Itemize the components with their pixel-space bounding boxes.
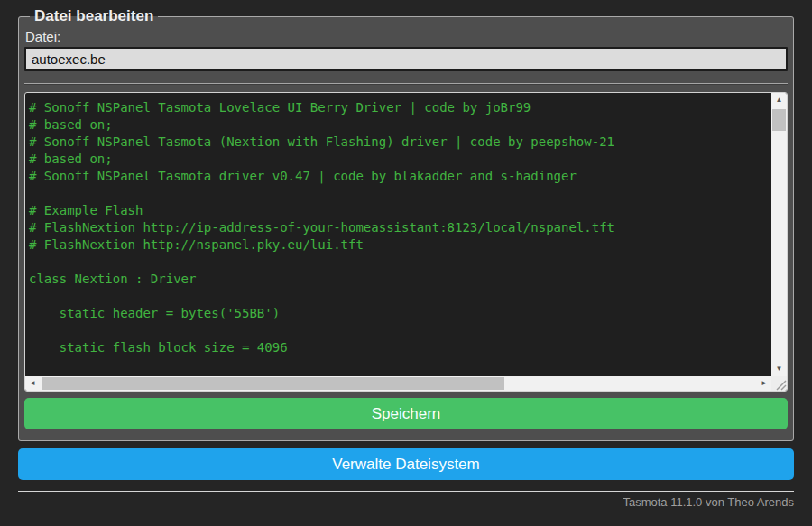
page: Datei bearbeiten Datei: # Sonoff NSPanel… bbox=[0, 0, 812, 509]
editor-divider bbox=[24, 83, 788, 85]
right-arrow-glyph: ► bbox=[761, 380, 768, 387]
scroll-up-icon[interactable]: ▲ bbox=[771, 93, 787, 107]
left-arrow-glyph: ◄ bbox=[29, 380, 36, 387]
vertical-scrollbar-thumb[interactable] bbox=[772, 109, 786, 131]
manage-filesystem-button[interactable]: Verwalte Dateisystem bbox=[18, 448, 794, 480]
file-editor-legend: Datei bearbeiten bbox=[30, 7, 158, 25]
file-content-textarea[interactable]: # Sonoff NSPanel Tasmota Lovelace UI Ber… bbox=[24, 92, 788, 392]
horizontal-scrollbar-thumb[interactable] bbox=[42, 377, 504, 390]
scroll-right-icon[interactable]: ► bbox=[757, 376, 771, 391]
horizontal-scrollbar[interactable]: ◄ ► bbox=[25, 376, 771, 391]
vertical-scrollbar[interactable]: ▲ ▼ bbox=[771, 93, 787, 376]
up-arrow-glyph: ▲ bbox=[776, 97, 783, 104]
scroll-down-icon[interactable]: ▼ bbox=[771, 362, 787, 376]
save-button[interactable]: Speichern bbox=[24, 398, 788, 429]
footer: Tasmota 11.1.0 von Theo Arends bbox=[18, 491, 794, 509]
scroll-left-icon[interactable]: ◄ bbox=[25, 376, 40, 391]
version-text: Tasmota 11.1.0 von Theo Arends bbox=[18, 492, 794, 509]
down-arrow-glyph: ▼ bbox=[776, 365, 783, 373]
code-content: # Sonoff NSPanel Tasmota Lovelace UI Ber… bbox=[25, 93, 787, 356]
file-editor-section: Datei bearbeiten Datei: # Sonoff NSPanel… bbox=[18, 7, 794, 441]
resize-grip-icon[interactable] bbox=[771, 376, 787, 391]
file-name-input[interactable] bbox=[24, 47, 788, 71]
file-name-label: Datei: bbox=[25, 29, 788, 44]
